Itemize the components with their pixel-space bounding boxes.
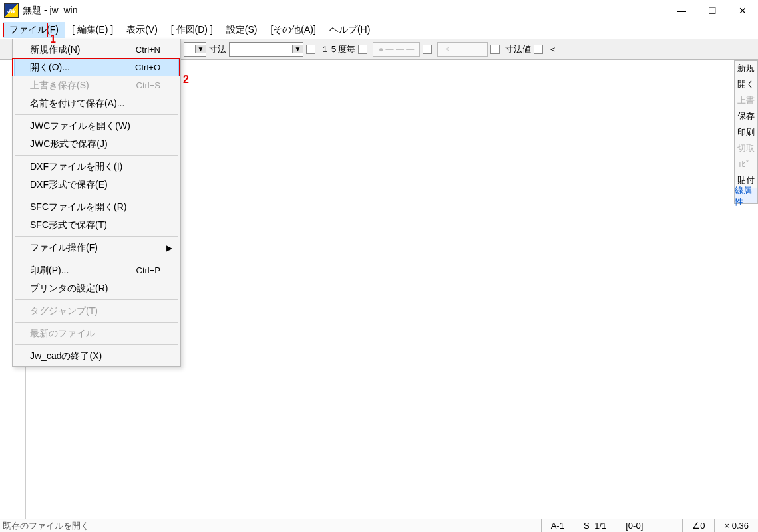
menu-item-label: ファイル操作(F) — [30, 242, 160, 254]
annotation-label-2: 2 — [183, 74, 189, 86]
menu-item[interactable]: プリンタの設定(R) — [14, 279, 179, 297]
menu-item-label: SFCファイルを開く(R) — [30, 201, 160, 213]
menu-item-label: SFC形式で保存(T) — [30, 219, 160, 231]
menu-item[interactable]: SFC形式で保存(T) — [14, 216, 179, 234]
menu-item-accel: Ctrl+S — [136, 80, 160, 90]
status-coord[interactable]: [0-0] — [616, 519, 682, 532]
window-title: 無題 - jw_win — [23, 5, 666, 17]
toolbar-label-deg15: １５度毎 — [321, 43, 355, 55]
menu-separator — [15, 236, 178, 237]
rightbar-button: 上書 — [734, 92, 758, 108]
menu-settings[interactable]: 設定(S) — [220, 22, 264, 38]
menu-item-label: 新規作成(N) — [30, 44, 136, 56]
menu-other[interactable]: [その他(A)] — [264, 22, 322, 38]
menu-separator — [15, 299, 178, 300]
right-toolbar: 新規開く上書保存印刷切取ｺﾋﾟｰ貼付線属性 — [734, 60, 758, 203]
menu-item[interactable]: 名前を付けて保存(A)... — [14, 94, 179, 112]
menu-item-accel: Ctrl+O — [135, 63, 160, 72]
menu-item-label: JWC形式で保存(J) — [30, 138, 160, 150]
menu-item-label: 開く(O)... — [30, 62, 135, 74]
rightbar-button: ｺﾋﾟｰ — [734, 156, 758, 172]
menu-help[interactable]: ヘルプ(H) — [323, 22, 377, 38]
file-menu-dropdown: 新規作成(N)Ctrl+N開く(O)...Ctrl+O上書き保存(S)Ctrl+… — [12, 39, 181, 367]
check-seg1[interactable] — [358, 45, 367, 54]
status-scale[interactable]: S=1/1 — [574, 519, 616, 532]
title-bar: Jw 無題 - jw_win ― ☐ ✕ — [0, 0, 758, 21]
app-icon: Jw — [4, 3, 19, 18]
toolbar-label-sunpou: 寸法 — [209, 43, 226, 55]
menu-item-label: 上書き保存(S) — [30, 80, 136, 92]
submenu-arrow-icon: ▶ — [166, 243, 172, 253]
rightbar-button: 切取 — [734, 140, 758, 156]
menu-item[interactable]: SFCファイルを開く(R) — [14, 198, 179, 216]
menu-item-accel: Ctrl+P — [136, 265, 160, 275]
rightbar-button[interactable]: 開く — [734, 76, 758, 92]
menu-separator — [15, 322, 178, 323]
minimize-button[interactable]: ― — [666, 0, 697, 21]
check-deg15[interactable] — [306, 45, 315, 54]
menu-item[interactable]: 新規作成(N)Ctrl+N — [14, 41, 179, 59]
status-angle[interactable]: ∠0 — [682, 519, 714, 532]
toolbar-btn-dots[interactable]: ● ― ― ― — [373, 42, 420, 57]
rightbar-button[interactable]: 新規 — [734, 60, 758, 76]
menu-item-label: 名前を付けて保存(A)... — [30, 98, 160, 110]
menu-item: タグジャンプ(T) — [14, 302, 179, 320]
rightbar-button[interactable]: 印刷 — [734, 124, 758, 140]
menu-view[interactable]: 表示(V) — [120, 22, 164, 38]
status-message: 既存のファイルを開く — [0, 520, 541, 532]
check-lt[interactable] — [534, 45, 543, 54]
status-bar: 既存のファイルを開く A-1 S=1/1 [0-0] ∠0 × 0.36 — [0, 519, 758, 532]
menu-item-label: プリンタの設定(R) — [30, 283, 160, 295]
check-sunpouchi[interactable] — [490, 45, 500, 54]
menu-item-label: 最新のファイル — [30, 328, 160, 340]
toolbar-btn-lt[interactable]: ＜ ― ― ― — [437, 42, 488, 57]
menu-bar: ファイル(F) [ 編集(E) ] 表示(V) [ 作図(D) ] 設定(S) … — [0, 21, 758, 39]
menu-item[interactable]: DXF形式で保存(E) — [14, 176, 179, 194]
menu-item: 最新のファイル — [14, 325, 179, 342]
combo-sunpou[interactable]: ▼ — [229, 42, 303, 57]
menu-item[interactable]: ファイル操作(F)▶ — [14, 239, 179, 257]
annotation-label-1: 1 — [50, 33, 56, 45]
menu-item-accel: Ctrl+N — [136, 45, 160, 55]
rightbar-button[interactable]: 保存 — [734, 108, 758, 124]
menu-separator — [15, 344, 178, 345]
check-seg2[interactable] — [423, 45, 432, 54]
menu-item-label: 印刷(P)... — [30, 265, 136, 277]
menu-separator — [15, 155, 178, 156]
menu-item-label: DXFファイルを開く(I) — [30, 161, 160, 173]
maximize-button[interactable]: ☐ — [697, 0, 727, 21]
combo-1[interactable]: ▼ — [184, 42, 206, 57]
rightbar-button[interactable]: 線属性 — [734, 188, 758, 204]
menu-item: 上書き保存(S)Ctrl+S — [14, 76, 179, 94]
menu-item[interactable]: 開く(O)...Ctrl+O — [14, 59, 179, 76]
menu-item-label: Jw_cadの終了(X) — [30, 350, 160, 362]
menu-item-label: JWCファイルを開く(W) — [30, 120, 160, 132]
toolbar-label-lt: ＜ — [548, 43, 557, 55]
menu-item[interactable]: Jw_cadの終了(X) — [14, 347, 179, 365]
menu-separator — [15, 196, 178, 196]
menu-item[interactable]: JWC形式で保存(J) — [14, 135, 179, 153]
menu-item-label: DXF形式で保存(E) — [30, 179, 160, 191]
menu-separator — [15, 114, 178, 115]
menu-item[interactable]: DXFファイルを開く(I) — [14, 158, 179, 176]
menu-item[interactable]: JWCファイルを開く(W) — [14, 117, 179, 135]
menu-edit[interactable]: [ 編集(E) ] — [65, 22, 120, 38]
status-a[interactable]: A-1 — [541, 519, 574, 532]
menu-separator — [15, 259, 178, 259]
close-button[interactable]: ✕ — [727, 0, 758, 21]
status-zoom[interactable]: × 0.36 — [714, 519, 758, 532]
menu-item-label: タグジャンプ(T) — [30, 305, 160, 317]
toolbar-label-sunpouchi: 寸法値 — [505, 43, 531, 55]
menu-item[interactable]: 印刷(P)...Ctrl+P — [14, 261, 179, 279]
menu-draw[interactable]: [ 作図(D) ] — [164, 22, 220, 38]
